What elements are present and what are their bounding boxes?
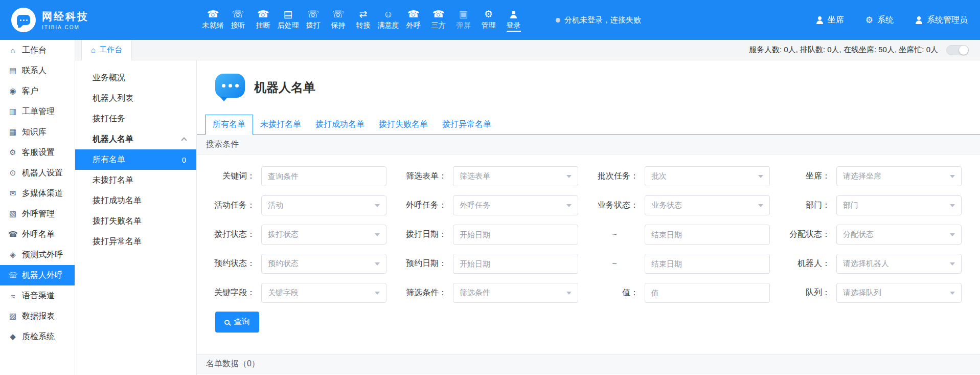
value-input[interactable] <box>645 283 770 303</box>
sidebar-item-label: 知识库 <box>22 127 47 138</box>
assign-status-select[interactable]: 分配状态 <box>836 225 962 245</box>
submenu-item-robot-list[interactable]: 机器人列表 <box>75 88 196 108</box>
sidebar-item-label: 工作台 <box>22 45 47 56</box>
form-cell: 预约状态： 预约状态 <box>207 254 399 274</box>
query-button[interactable]: 查询 <box>215 312 259 333</box>
form-row: 关键字段： 关键字段 筛选条件： 筛选条件 <box>207 278 980 307</box>
tab-dial-abnormal-list[interactable]: 拨打异常名单 <box>435 115 498 135</box>
toolbar-item-label: 拨打 <box>306 21 321 30</box>
submenu-item-dial-task[interactable]: 拨打任务 <box>75 108 196 129</box>
reserve-status-select[interactable]: 预约状态 <box>261 254 386 274</box>
outbound-task-select[interactable]: 外呼任务 <box>453 195 578 215</box>
field-label: 拨打状态： <box>207 229 261 240</box>
left-sidebar: ⌂ 工作台 ▤ 联系人 ◉ 客户 ▥ 工单管理 ▦ 知识库 ⚙ 客服设置 <box>0 40 75 375</box>
reserve-date-end-input[interactable] <box>645 254 770 274</box>
sidebar-item-label: 客户 <box>22 86 38 97</box>
activity-task-select[interactable]: 活动 <box>261 195 386 215</box>
submenu-item-dial-abnormal-list[interactable]: 拨打异常名单 <box>75 231 196 252</box>
page-title: 机器人名单 <box>254 79 315 96</box>
dial-icon: ☏ <box>307 9 320 19</box>
submenu-item-dial-success-list[interactable]: 拨打成功名单 <box>75 190 196 211</box>
tab-all-list[interactable]: 所有名单 <box>205 115 253 135</box>
tab-workspace[interactable]: ⌂ 工作台 <box>81 40 132 60</box>
date-range-separator: ~ <box>590 230 645 239</box>
submenu-item-dial-failed-list[interactable]: 拨打失败名单 <box>75 211 196 231</box>
sidebar-item-robot-outbound[interactable]: ☏ 机器人外呼 <box>0 265 75 285</box>
status-toggle[interactable] <box>946 45 969 55</box>
submenu-item-all-list[interactable]: 所有名单 0 <box>75 149 196 170</box>
toolbar-manage[interactable]: ⚙ 管理 <box>476 8 501 32</box>
sidebar-item-robot-settings[interactable]: ⊙ 机器人设置 <box>0 163 75 183</box>
submenu-item-label: 业务概况 <box>93 73 125 83</box>
search-form: 关键词： 筛选表单： 筛选表单 批次任务 <box>197 155 980 307</box>
toolbar-satisfaction[interactable]: ☺ 满意度 <box>376 8 401 32</box>
connection-status-dot <box>556 18 560 23</box>
toolbar-not-ready[interactable]: ☎ 未就绪 <box>200 8 225 32</box>
toolbar-hold[interactable]: ☏ 保持 <box>326 8 351 32</box>
select-placeholder: 拨打状态 <box>268 230 299 239</box>
toolbar-transfer[interactable]: ⇄ 转接 <box>351 8 376 32</box>
reserve-date-start-input[interactable] <box>453 254 578 274</box>
toolbar-outbound[interactable]: ☎ 外呼 <box>401 8 426 32</box>
toolbar-answer[interactable]: ☏ 接听 <box>225 8 250 32</box>
stat-queue-count: 排队数: 0人 <box>800 45 844 55</box>
filter-form-select[interactable]: 筛选表单 <box>453 166 578 186</box>
key-field-select[interactable]: 关键字段 <box>261 283 386 303</box>
dial-status-select[interactable]: 拨打状态 <box>261 225 386 245</box>
agent-menu[interactable]: 坐席 <box>816 15 844 26</box>
tab-dial-failed-list[interactable]: 拨打失败名单 <box>372 115 435 135</box>
toolbar-item-label: 挂断 <box>256 21 270 30</box>
sidebar-item-multimedia-channel[interactable]: ✉ 多媒体渠道 <box>0 183 75 204</box>
brand-domain: ITIBIA.COM <box>42 25 89 30</box>
sidebar-item-ticket-management[interactable]: ▥ 工单管理 <box>0 101 75 122</box>
department-select[interactable]: 部门 <box>836 195 962 215</box>
batch-task-select[interactable]: 批次 <box>645 166 770 186</box>
sidebar-item-service-settings[interactable]: ⚙ 客服设置 <box>0 142 75 163</box>
keyword-input[interactable] <box>261 166 386 186</box>
toolbar-hangup[interactable]: ☎ 挂断 <box>250 8 276 32</box>
form-cell: ~ <box>590 254 782 274</box>
sidebar-item-contacts[interactable]: ▤ 联系人 <box>0 60 75 81</box>
header-right-menus: 坐席 ⚙ 系统 系统管理员 <box>816 15 968 26</box>
voice-wave-icon: ≈ <box>8 292 17 300</box>
chevron-down-icon <box>950 233 955 239</box>
sidebar-item-knowledge-base[interactable]: ▦ 知识库 <box>0 122 75 142</box>
admin-menu[interactable]: 系统管理员 <box>915 15 968 26</box>
chevron-up-icon <box>181 137 187 143</box>
business-status-select[interactable]: 业务状态 <box>645 195 770 215</box>
sidebar-item-predictive-outbound[interactable]: ◈ 预测式外呼 <box>0 245 75 265</box>
select-placeholder: 部门 <box>843 201 858 210</box>
transfer-call-icon: ⇄ <box>359 9 368 19</box>
dial-date-end-input[interactable] <box>645 225 770 245</box>
form-cell: 外呼任务： 外呼任务 <box>399 195 590 215</box>
toolbar-dial[interactable]: ☏ 拨打 <box>301 8 326 32</box>
toolbar-wrapup[interactable]: ▤ 后处理 <box>276 8 301 32</box>
sidebar-item-customers[interactable]: ◉ 客户 <box>0 81 75 101</box>
system-menu[interactable]: ⚙ 系统 <box>865 15 894 26</box>
sidebar-item-voice-channel[interactable]: ≈ 语音渠道 <box>0 285 75 306</box>
toolbar-three-way[interactable]: ☎ 三方 <box>426 8 451 32</box>
knowledge-book-icon: ▦ <box>8 127 17 137</box>
chevron-down-icon <box>950 292 955 297</box>
robot-settings-icon: ⊙ <box>8 168 17 178</box>
agent-select[interactable]: 请选择坐席 <box>836 166 962 186</box>
submenu-item-undialed-list[interactable]: 未拨打名单 <box>75 170 196 190</box>
sidebar-item-data-reports[interactable]: ▨ 数据报表 <box>0 306 75 326</box>
sidebar-item-quality-inspection[interactable]: ◆ 质检系统 <box>0 326 75 347</box>
app-root: 网经科技 ITIBIA.COM ☎ 未就绪 ☏ 接听 ☎ 挂断 ▤ 后处理 ☏ <box>0 0 980 375</box>
sidebar-item-outbound-management[interactable]: ▧ 外呼管理 <box>0 204 75 224</box>
dial-date-start-input[interactable] <box>453 225 578 245</box>
toolbar-login[interactable]: 登录 <box>501 8 526 32</box>
sidebar-item-outbound-list[interactable]: ☎ 外呼名单 <box>0 224 75 245</box>
submenu-item-business-overview[interactable]: 业务概况 <box>75 68 196 88</box>
filter-condition-select[interactable]: 筛选条件 <box>453 283 578 303</box>
robot-select[interactable]: 请选择机器人 <box>836 254 962 274</box>
submenu-group-robot-roster[interactable]: 机器人名单 <box>75 129 196 149</box>
service-stats-area: 服务人数: 0人 排队数: 0人 在线坐席: 50人 坐席忙: 0人 <box>749 45 980 55</box>
customer-icon: ◉ <box>8 86 17 96</box>
tab-dial-success-list[interactable]: 拨打成功名单 <box>308 115 372 135</box>
toolbar-screen-pop[interactable]: ▣ 弹屏 <box>451 8 476 32</box>
sidebar-item-workbench[interactable]: ⌂ 工作台 <box>0 40 75 60</box>
queue-select[interactable]: 请选择队列 <box>836 283 962 303</box>
tab-undialed-list[interactable]: 未拨打名单 <box>253 115 308 135</box>
